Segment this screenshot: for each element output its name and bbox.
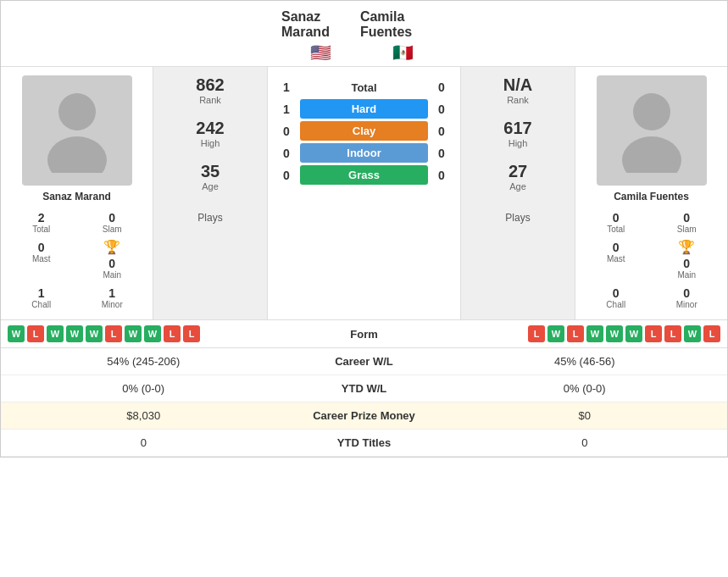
player1-slam-val: 0 xyxy=(108,211,115,225)
player1-minor-val: 1 xyxy=(108,286,115,300)
player2-mast-val: 0 xyxy=(613,241,620,254)
ytd-titles-left: 0 xyxy=(8,436,280,449)
career-wl-right: 45% (46-56) xyxy=(449,355,721,368)
form-badge-left: L xyxy=(164,325,181,342)
indoor-score-row: 0 Indoor 0 xyxy=(276,143,452,163)
indoor-button: Indoor xyxy=(300,143,428,163)
player1-total-cell: 2 Total xyxy=(8,209,75,236)
player2-minor-lbl: Minor xyxy=(676,300,697,309)
spacer-left xyxy=(1,1,153,66)
player1-high-block: 242 High xyxy=(196,119,224,148)
player2-info-col: N/A Rank 617 High 27 Age Plays xyxy=(460,67,575,319)
player2-total-val: 0 xyxy=(613,211,620,225)
form-badge-right: L xyxy=(703,325,720,342)
grass-score-row: 0 Grass 0 xyxy=(276,165,452,185)
names-center: Sanaz Marand 🇺🇸 Camila Fuentes 🇲🇽 xyxy=(268,1,460,66)
player1-trophy-cell: 🏆 0 Main xyxy=(79,239,147,281)
player2-high-lbl: High xyxy=(503,138,531,148)
player2-slam-lbl: Slam xyxy=(677,225,697,234)
form-left-badges: WLWWWLWWLL xyxy=(8,325,280,342)
player1-chall-cell: 1 Chall xyxy=(8,285,75,311)
form-badge-right: W xyxy=(625,325,642,342)
form-badge-right: L xyxy=(645,325,662,342)
career-prize-left: $8,030 xyxy=(8,409,280,422)
player1-avatar-col: Sanaz Marand 2 Total 0 Slam 0 Mast 🏆 xyxy=(1,67,153,319)
form-badge-left: L xyxy=(183,325,200,342)
career-prize-label: Career Prize Money xyxy=(280,409,449,422)
player1-rank-block: 862 Rank xyxy=(196,75,224,105)
form-badge-left: W xyxy=(86,325,103,342)
career-prize-row: $8,030 Career Prize Money $0 xyxy=(1,402,727,430)
player1-info-col: 862 Rank 242 High 35 Age Plays xyxy=(153,67,268,319)
player2-high-val: 617 xyxy=(503,119,531,138)
player2-name: Camila Fuentes xyxy=(360,9,447,40)
ytd-wl-label: YTD W/L xyxy=(280,382,449,395)
player1-high-val: 242 xyxy=(196,119,224,138)
player2-avatar-col: Camila Fuentes 0 Total 0 Slam 0 Mast 🏆 xyxy=(575,67,727,319)
player2-avatar xyxy=(597,75,707,186)
total-right-val: 0 xyxy=(431,80,452,94)
player2-trophy-cell: 🏆 0 Main xyxy=(653,239,721,281)
ytd-titles-label: YTD Titles xyxy=(280,436,449,449)
spacer-center-left xyxy=(153,1,268,66)
spacer-center-right xyxy=(460,1,575,66)
career-wl-row: 54% (245-206) Career W/L 45% (46-56) xyxy=(1,348,727,375)
player1-age-block: 35 Age xyxy=(201,162,220,191)
player2-flag: 🇲🇽 xyxy=(392,42,414,63)
form-badge-right: L xyxy=(664,325,681,342)
form-badge-left: W xyxy=(125,325,142,342)
player2-age-block: 27 Age xyxy=(508,162,527,191)
form-badge-left: W xyxy=(144,325,161,342)
player1-trophy-icon: 🏆 xyxy=(103,239,120,255)
player2-rank-val: N/A xyxy=(503,75,532,95)
indoor-right-val: 0 xyxy=(431,147,452,160)
grass-button: Grass xyxy=(300,165,428,185)
player1-high-lbl: High xyxy=(196,138,224,148)
form-row: WLWWWLWWLL Form LWLWWWLLWL xyxy=(1,319,727,348)
form-badge-right: L xyxy=(528,325,545,342)
svg-point-0 xyxy=(58,93,96,130)
form-badge-left: L xyxy=(27,325,44,342)
form-badge-right: W xyxy=(684,325,701,342)
player1-avatar xyxy=(22,75,132,186)
player1-mast-cell: 0 Mast xyxy=(8,239,75,281)
player2-slam-cell: 0 Slam xyxy=(653,209,721,236)
player2-main-inner: 0 Main xyxy=(675,255,697,281)
player1-plays-lbl: Plays xyxy=(197,212,222,224)
player1-rank-lbl: Rank xyxy=(196,95,224,105)
total-score-row: 1 Total 0 xyxy=(276,80,452,94)
player2-age-lbl: Age xyxy=(508,181,527,191)
player2-high-block: 617 High xyxy=(503,119,531,148)
ytd-titles-right: 0 xyxy=(449,436,721,449)
player2-chall-cell: 0 Chall xyxy=(582,285,650,311)
player2-rank-lbl: Rank xyxy=(503,95,532,105)
ytd-wl-left: 0% (0-0) xyxy=(8,382,280,395)
player2-plays-lbl: Plays xyxy=(505,212,530,224)
player1-age-lbl: Age xyxy=(201,181,220,191)
player1-rank-val: 862 xyxy=(196,75,224,95)
ytd-wl-right: 0% (0-0) xyxy=(449,382,721,395)
player1-mast-lbl: Mast xyxy=(32,254,51,264)
form-badge-right: W xyxy=(606,325,623,342)
player1-slam-cell: 0 Slam xyxy=(79,209,147,236)
form-right-badges: LWLWWWLLWL xyxy=(449,325,721,342)
player1-chall-val: 1 xyxy=(38,286,45,300)
grass-left-val: 0 xyxy=(276,169,297,182)
main-container: Sanaz Marand 🇺🇸 Camila Fuentes 🇲🇽 Sanaz … xyxy=(0,0,728,458)
form-badge-left: W xyxy=(8,325,25,342)
player2-trophy-icon: 🏆 xyxy=(678,239,695,255)
player1-total-val: 2 xyxy=(38,211,45,225)
total-left-val: 1 xyxy=(276,80,297,94)
player2-total-cell: 0 Total xyxy=(582,209,650,236)
player2-mast-lbl: Mast xyxy=(607,254,625,264)
player1-chall-lbl: Chall xyxy=(31,300,51,309)
player-names-header: Sanaz Marand 🇺🇸 Camila Fuentes 🇲🇽 xyxy=(1,1,727,66)
svg-point-3 xyxy=(622,136,681,173)
player2-chall-val: 0 xyxy=(613,286,620,300)
player1-main-inner: 0 Main xyxy=(101,255,123,281)
player1-header: Sanaz Marand 🇺🇸 xyxy=(281,9,360,63)
indoor-left-val: 0 xyxy=(276,147,297,160)
data-main-row: Sanaz Marand 2 Total 0 Slam 0 Mast 🏆 xyxy=(1,66,727,319)
player2-minor-cell: 0 Minor xyxy=(653,285,721,311)
player1-flag: 🇺🇸 xyxy=(310,42,331,63)
